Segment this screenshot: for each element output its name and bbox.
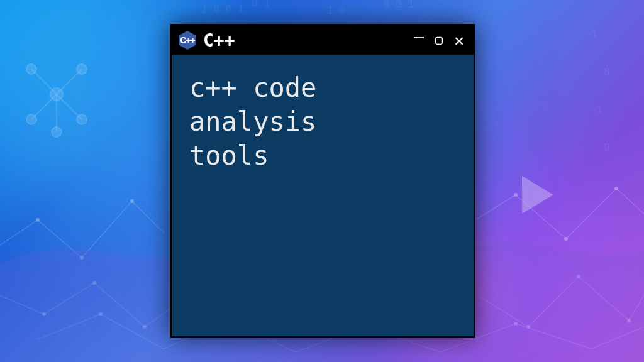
titlebar[interactable]: C++ C++ – ▢ ✕ [172,26,474,55]
window-title: C++ [203,30,235,51]
svg-point-9 [80,256,84,260]
app-window: C++ C++ – ▢ ✕ c++ code analysis tools [170,24,475,338]
minimize-button[interactable]: – [411,28,427,45]
svg-point-16 [614,187,618,190]
svg-point-12 [92,281,96,285]
body-text: c++ code analysis tools [189,71,456,172]
svg-text:1: 1 [591,28,597,40]
svg-point-8 [36,218,40,222]
title-left: C++ C++ [178,30,235,51]
svg-point-13 [143,325,147,329]
cpp-logo-icon: C++ [178,31,197,50]
svg-text:1 0: 1 0 [327,4,345,16]
svg-point-11 [42,312,46,316]
svg-point-20 [99,312,103,316]
close-button[interactable]: ✕ [451,32,467,48]
svg-text:0 1: 0 1 [252,0,270,9]
cpp-hex-badge: C++ [178,31,197,50]
maximize-button[interactable]: ▢ [431,33,447,46]
window-controls: – ▢ ✕ [411,32,467,48]
window-body: c++ code analysis tools [172,55,474,336]
svg-text:0 0 1: 0 0 1 [384,0,414,10]
svg-text:1: 1 [596,104,602,116]
svg-text:0: 0 [604,141,610,153]
svg-text:0: 0 [604,66,610,78]
